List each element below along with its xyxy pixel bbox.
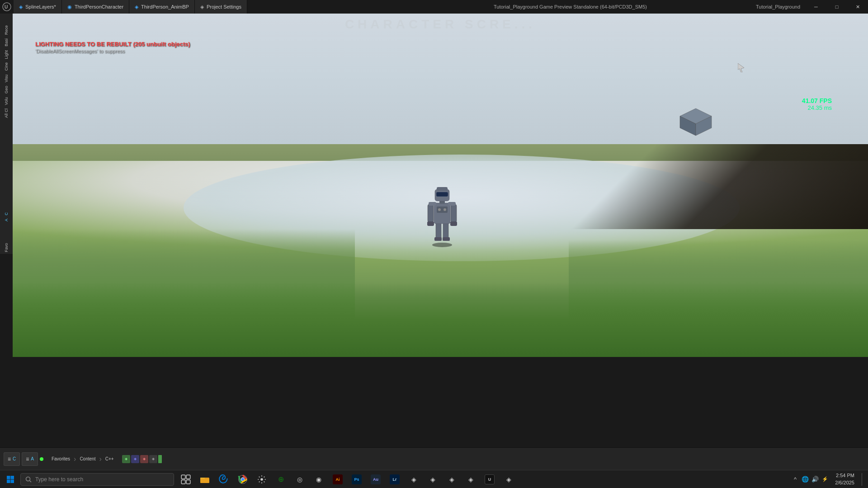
file-icon-2[interactable]: ◈	[131, 455, 139, 463]
tab-icon-0: ◈	[19, 4, 23, 10]
window-controls: ─ □ ✕	[806, 0, 868, 14]
game-scene: CHARACTER SCRE...	[13, 14, 868, 357]
unreal-taskbar-button[interactable]: U	[481, 470, 499, 488]
nav-all-classes[interactable]: All Cl	[3, 107, 9, 120]
capture-button[interactable]: ◎	[291, 470, 309, 488]
content-browser-btn[interactable]: ≡ C	[4, 452, 20, 466]
nav-geometry[interactable]: Geo	[3, 84, 9, 95]
window-title-text: Tutorial_Playground Game Preview Standal…	[494, 4, 647, 9]
illustrator-button[interactable]: Ai	[329, 470, 347, 488]
tabs-area: ◈ SplineLayers* ◉ ThirdPersonCharacter ◈…	[14, 0, 385, 14]
svg-rect-32	[181, 475, 185, 479]
photoshop-button[interactable]: Ps	[348, 470, 366, 488]
svg-rect-35	[186, 480, 190, 484]
nav-content[interactable]: C	[3, 211, 9, 217]
pin10-button[interactable]: ◈	[500, 470, 518, 488]
grass-bottom	[13, 282, 868, 357]
titlebar: U ◈ SplineLayers* ◉ ThirdPersonCharacter…	[0, 0, 868, 14]
svg-rect-11	[428, 204, 434, 222]
file-icon-3[interactable]: ◈	[140, 455, 148, 463]
search-placeholder: Type here to search	[35, 476, 83, 483]
minimize-button[interactable]: ─	[806, 0, 826, 14]
tray-volume[interactable]: 🔊	[811, 475, 820, 484]
svg-point-10	[443, 208, 446, 211]
tab-label-3: Project Settings	[207, 4, 241, 9]
settings-button[interactable]	[253, 470, 271, 488]
svg-rect-3	[436, 222, 441, 239]
nav-basic[interactable]: Basi	[3, 37, 9, 48]
svg-rect-4	[443, 222, 448, 239]
nav-favorites[interactable]: Favo	[3, 241, 9, 254]
svg-rect-6	[443, 237, 450, 241]
task-view-button[interactable]	[177, 470, 195, 488]
taskbar-pinned-icons: ⊕ ◎ ◉ Ai Ps Au Lr ◈ ◈ ◈ ◈ U ◈	[177, 470, 518, 488]
nav-recent[interactable]: Rece	[3, 23, 9, 37]
tray-network[interactable]: 🌐	[801, 475, 810, 484]
search-bar[interactable]: Type here to search	[20, 473, 174, 486]
tab-label-1: ThirdPersonCharacter	[75, 4, 123, 9]
chrome-button[interactable]	[234, 470, 252, 488]
nav-cinematic[interactable]: Cine	[3, 61, 9, 73]
search-icon	[25, 476, 32, 483]
svg-marker-25	[738, 63, 744, 72]
pin7-button[interactable]: ◈	[424, 470, 442, 488]
tab-icon-2: ◈	[135, 4, 138, 10]
file-icon-4[interactable]: ◈	[149, 455, 157, 463]
svg-rect-18	[437, 192, 448, 196]
svg-rect-20	[429, 202, 436, 206]
svg-rect-33	[186, 475, 190, 479]
taskbar: Type here to search	[0, 470, 868, 488]
svg-rect-37	[200, 478, 205, 479]
pin8-button[interactable]: ◈	[443, 470, 461, 488]
svg-rect-19	[437, 187, 448, 191]
system-tray: ^ 🌐 🔊 ⚡	[791, 475, 830, 484]
window-title: Tutorial_Playground Game Preview Standal…	[385, 4, 756, 9]
game-viewport[interactable]: CHARACTER SCRE...	[13, 14, 868, 357]
audition-button[interactable]: Au	[367, 470, 385, 488]
svg-rect-21	[448, 202, 456, 206]
svg-line-31	[30, 480, 32, 482]
start-button[interactable]	[0, 470, 20, 488]
pin2-button[interactable]: ◉	[310, 470, 328, 488]
xbox-button[interactable]: ⊕	[272, 470, 290, 488]
nav-visual[interactable]: Visu	[3, 73, 9, 84]
tray-expand[interactable]: ^	[791, 475, 800, 484]
file-icon-1[interactable]: ◈	[122, 455, 130, 463]
tab-thirdpersonchar[interactable]: ◉ ThirdPersonCharacter	[62, 0, 129, 14]
file-icons-area: ◈ ◈ ◈ ◈	[122, 455, 162, 463]
svg-rect-29	[10, 479, 14, 483]
taskbar-right: ^ 🌐 🔊 ⚡ 2:54 PM 2/6/2025	[791, 472, 868, 486]
asset-browser-btn[interactable]: ≡ A	[22, 452, 38, 466]
tab-label-2: ThirdPerson_AnimBP	[141, 4, 189, 9]
nav-lights[interactable]: Light	[3, 48, 9, 61]
ue-logo[interactable]: U	[0, 0, 14, 14]
svg-rect-26	[7, 476, 10, 479]
svg-rect-27	[10, 476, 14, 479]
nav-volumes[interactable]: Volu	[3, 95, 9, 107]
maximize-button[interactable]: □	[826, 0, 847, 14]
file-explorer-button[interactable]	[196, 470, 214, 488]
nav-asset[interactable]: A	[3, 217, 9, 223]
close-button[interactable]: ✕	[847, 0, 868, 14]
clock-time: 2:54 PM	[835, 472, 854, 479]
folder-cpp[interactable]: C++	[103, 455, 117, 462]
tab-project-settings[interactable]: ◈ Project Settings	[195, 0, 247, 14]
system-clock[interactable]: 2:54 PM 2/6/2025	[831, 472, 858, 486]
folder-content[interactable]: Content	[77, 455, 98, 462]
tab-animbp[interactable]: ◈ ThirdPerson_AnimBP	[129, 0, 195, 14]
folder-favorites[interactable]: Favorites	[49, 455, 73, 462]
tab-splinelayers[interactable]: ◈ SplineLayers*	[14, 0, 62, 14]
tab-icon-3: ◈	[200, 4, 204, 10]
pin9-button[interactable]: ◈	[462, 470, 480, 488]
svg-text:U: U	[5, 5, 8, 9]
tray-battery[interactable]: ⚡	[821, 475, 830, 484]
folder-path: Favorites › Content › C++	[49, 455, 117, 463]
file-green-indicator	[158, 455, 162, 463]
edge-button[interactable]	[215, 470, 233, 488]
lightroom-button[interactable]: Lr	[386, 470, 404, 488]
show-desktop-button[interactable]	[862, 473, 864, 486]
pin6-button[interactable]: ◈	[405, 470, 423, 488]
svg-point-40	[260, 478, 263, 481]
tab-label-0: SplineLayers*	[25, 4, 56, 9]
svg-rect-14	[450, 221, 457, 226]
